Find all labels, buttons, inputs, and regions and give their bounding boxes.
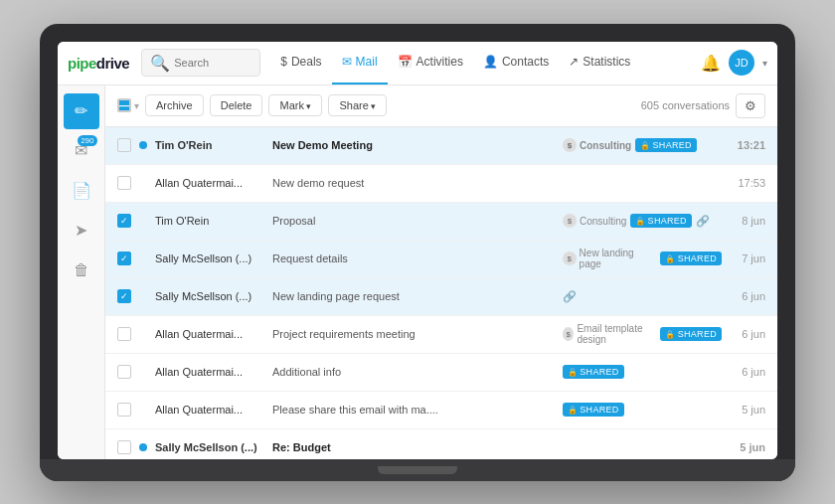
- nav-activities[interactable]: 📅 Activities: [388, 42, 473, 85]
- select-all-checkbox[interactable]: —: [117, 98, 131, 112]
- email-row[interactable]: Allan Quatermai... Please share this ema…: [105, 392, 777, 429]
- email-sender: Allan Quatermai...: [155, 366, 264, 378]
- email-row[interactable]: Tim O'Rein Proposal $ Consulting SHARED …: [105, 203, 777, 241]
- email-row[interactable]: Sally McSellson (...) Re: Budget 5 jun: [105, 429, 777, 459]
- deal-tag: $ New landing page: [563, 248, 656, 269]
- unread-indicator: [139, 141, 147, 149]
- chevron-down-icon[interactable]: ▾: [762, 58, 767, 69]
- email-time: 6 jun: [730, 366, 765, 378]
- email-sender: Sally McSellson (...): [155, 441, 264, 453]
- nav-statistics[interactable]: ↗ Statistics: [559, 42, 640, 85]
- sidebar-sent[interactable]: ➤: [64, 213, 99, 249]
- mark-button[interactable]: Mark: [268, 94, 322, 116]
- email-row[interactable]: Allan Quatermai... Additional info SHARE…: [105, 354, 777, 392]
- row-checkbox[interactable]: [117, 176, 131, 190]
- shared-badge: SHARED: [660, 327, 722, 341]
- email-subject: Re: Budget: [272, 441, 555, 453]
- trash-icon: 🗑: [74, 261, 89, 279]
- mail-area: — ▾ Archive Delete Mark Share 605 conver…: [105, 85, 777, 459]
- shared-badge: SHARED: [660, 252, 722, 265]
- inbox-badge: 290: [78, 135, 96, 146]
- archive-button[interactable]: Archive: [145, 94, 204, 116]
- deal-icon: $: [563, 214, 577, 228]
- email-time: 7 jun: [730, 252, 765, 264]
- nav-deals[interactable]: $ Deals: [270, 42, 331, 85]
- email-row[interactable]: Sally McSellson (...) New landing page r…: [105, 278, 777, 316]
- laptop-frame: pipedrive 🔍 $ Deals ✉ Mail: [40, 24, 795, 481]
- deal-icon: $: [563, 327, 574, 341]
- app: pipedrive 🔍 $ Deals ✉ Mail: [58, 42, 777, 459]
- deal-icon: $: [563, 138, 577, 152]
- sidebar-documents[interactable]: 📄: [64, 173, 99, 209]
- email-tags: $ Email template design SHARED: [563, 323, 722, 345]
- nav-mail-label: Mail: [356, 55, 378, 69]
- nav-contacts-label: Contacts: [502, 55, 549, 69]
- compose-icon: ✏: [75, 101, 87, 120]
- email-row[interactable]: Allan Quatermai... New demo request 17:5…: [105, 165, 777, 203]
- documents-icon: 📄: [72, 181, 91, 200]
- row-checkbox[interactable]: [117, 440, 131, 454]
- email-sender: Allan Quatermai...: [155, 177, 264, 189]
- email-tags: $ Consulting SHARED: [563, 138, 722, 152]
- email-sender: Allan Quatermai...: [155, 404, 264, 416]
- sidebar-trash[interactable]: 🗑: [64, 252, 99, 288]
- email-time: 17:53: [730, 177, 765, 189]
- sidebar-compose[interactable]: ✏: [64, 93, 99, 129]
- logo: pipedrive: [68, 55, 129, 72]
- email-row[interactable]: Tim O'Rein New Demo Meeting $ Consulting…: [105, 127, 777, 165]
- email-sender: Tim O'Rein: [155, 139, 264, 151]
- email-row[interactable]: Sally McSellson (...) Request details $ …: [105, 241, 777, 278]
- sidebar-inbox[interactable]: ✉ 290: [64, 133, 99, 169]
- top-navigation: pipedrive 🔍 $ Deals ✉ Mail: [58, 42, 777, 85]
- email-tags: $ Consulting SHARED 🔗: [563, 214, 722, 228]
- notifications-bell[interactable]: 🔔: [701, 54, 721, 73]
- checkbox-dropdown-icon[interactable]: ▾: [134, 100, 139, 111]
- user-avatar[interactable]: JD: [729, 50, 754, 76]
- link-icon: 🔗: [696, 215, 710, 228]
- row-checkbox[interactable]: [117, 214, 131, 228]
- row-checkbox[interactable]: [117, 289, 131, 303]
- email-subject: New landing page request: [272, 290, 555, 302]
- nav-contacts[interactable]: 👤 Contacts: [473, 42, 559, 85]
- link-icon: 🔗: [563, 290, 577, 303]
- select-all-checkbox-area: — ▾: [117, 98, 139, 112]
- email-subject: Please share this email with ma....: [272, 404, 555, 416]
- search-input[interactable]: [174, 57, 251, 69]
- deals-icon: $: [280, 55, 287, 69]
- nav-mail[interactable]: ✉ Mail: [332, 42, 388, 85]
- contacts-icon: 👤: [483, 55, 498, 69]
- delete-button[interactable]: Delete: [210, 94, 263, 116]
- shared-badge: SHARED: [563, 365, 624, 379]
- conversations-count: 605 conversations: [641, 99, 730, 111]
- email-sender: Tim O'Rein: [155, 215, 264, 227]
- email-subject: Proposal: [272, 215, 555, 227]
- nav-statistics-label: Statistics: [583, 55, 630, 69]
- email-list: Tim O'Rein New Demo Meeting $ Consulting…: [105, 127, 777, 459]
- gear-icon: ⚙: [745, 98, 756, 113]
- row-checkbox[interactable]: [117, 327, 131, 341]
- email-tags: SHARED: [563, 365, 722, 379]
- email-time: 8 jun: [730, 215, 765, 227]
- row-checkbox[interactable]: [117, 138, 131, 152]
- screen: pipedrive 🔍 $ Deals ✉ Mail: [58, 42, 777, 459]
- shared-badge: SHARED: [635, 138, 697, 152]
- email-subject: Additional info: [272, 366, 555, 378]
- row-checkbox[interactable]: [117, 252, 131, 265]
- email-subject: Request details: [272, 252, 555, 264]
- email-time: 5 jun: [730, 404, 765, 416]
- email-row[interactable]: Allan Quatermai... Project requirements …: [105, 316, 777, 354]
- mail-toolbar: — ▾ Archive Delete Mark Share 605 conver…: [105, 85, 777, 127]
- deal-label: Consulting: [580, 140, 631, 151]
- email-subject: New demo request: [272, 177, 555, 189]
- nav-activities-label: Activities: [417, 55, 463, 69]
- row-checkbox[interactable]: [117, 403, 131, 417]
- deal-icon: $: [563, 252, 577, 265]
- settings-button[interactable]: ⚙: [736, 93, 765, 118]
- search-box[interactable]: 🔍: [141, 49, 260, 77]
- nav-right: 🔔 JD ▾: [701, 50, 767, 76]
- row-checkbox[interactable]: [117, 365, 131, 379]
- share-button[interactable]: Share: [328, 94, 387, 116]
- deal-tag: $ Email template design: [563, 323, 656, 345]
- email-time: 6 jun: [730, 328, 765, 340]
- email-subject: Project requirements meeting: [272, 328, 555, 340]
